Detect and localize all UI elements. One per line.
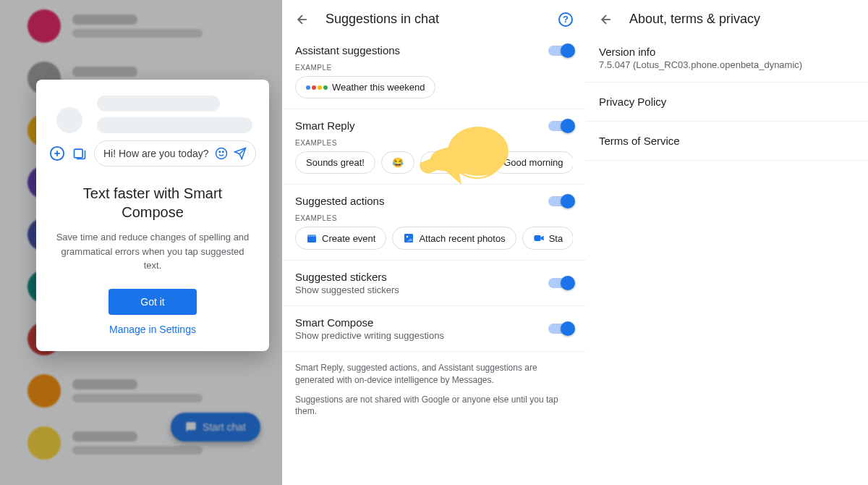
suggested-actions-toggle[interactable] bbox=[548, 196, 573, 206]
compose-input-preview: Hi! How are you today? bbox=[94, 140, 256, 166]
suggested-action-chip[interactable]: Create event bbox=[295, 227, 386, 250]
svg-point-5 bbox=[219, 151, 221, 153]
smart-reply-chip[interactable]: 😂 bbox=[381, 151, 414, 174]
video-icon bbox=[533, 232, 545, 244]
version-label: Version info bbox=[599, 46, 855, 58]
svg-rect-3 bbox=[75, 149, 83, 158]
chip-label: Weather this weekend bbox=[332, 82, 425, 93]
terms-of-service-item[interactable]: Terms of Service bbox=[586, 122, 868, 161]
smart-compose-toggle[interactable] bbox=[548, 324, 573, 334]
got-it-button[interactable]: Got it bbox=[109, 289, 196, 315]
svg-rect-8 bbox=[307, 235, 316, 237]
smart-reply-section: Smart Reply EXAMPLES Sounds great! 😂 Tha… bbox=[282, 109, 586, 185]
appbar: About, terms & privacy bbox=[586, 0, 868, 34]
back-arrow-icon[interactable] bbox=[599, 12, 616, 27]
smart-reply-toggle[interactable] bbox=[548, 121, 573, 131]
suggested-action-chip[interactable]: Sta bbox=[522, 227, 573, 250]
send-icon[interactable] bbox=[234, 147, 247, 160]
version-value: 7.5.047 (Lotus_RC03.phone.openbeta_dynam… bbox=[599, 59, 855, 70]
svg-point-6 bbox=[223, 151, 224, 153]
appbar-title: Suggestions in chat bbox=[326, 12, 558, 27]
smart-compose-promo-card: Hi! How are you today? Text faster with … bbox=[36, 80, 269, 351]
screenshot-suggestions-settings: Suggestions in chat ? Assistant suggesti… bbox=[282, 0, 586, 485]
suggested-stickers-toggle[interactable] bbox=[548, 278, 573, 288]
screenshot-about-terms-privacy: About, terms & privacy Version info 7.5.… bbox=[586, 0, 868, 485]
suggested-stickers-section: Suggested stickers Show suggested sticke… bbox=[282, 261, 586, 306]
compose-placeholder-text: Hi! How are you today? bbox=[103, 148, 215, 159]
examples-tag: EXAMPLES bbox=[295, 214, 573, 222]
smart-reply-chip[interactable]: Sounds great! bbox=[295, 151, 375, 174]
help-icon[interactable]: ? bbox=[558, 12, 573, 27]
assistant-suggestions-label: Assistant suggestions bbox=[295, 44, 548, 56]
manage-in-settings-link[interactable]: Manage in Settings bbox=[49, 324, 256, 335]
privacy-policy-item[interactable]: Privacy Policy bbox=[586, 83, 868, 122]
smart-compose-sub: Show predictive writing suggestions bbox=[295, 330, 548, 341]
smart-compose-section: Smart Compose Show predictive writing su… bbox=[282, 306, 586, 352]
back-arrow-icon[interactable] bbox=[295, 12, 312, 27]
suggested-action-chip[interactable]: Attach recent photos bbox=[392, 227, 516, 250]
message-bubble-placeholder bbox=[97, 96, 220, 111]
smart-compose-label: Smart Compose bbox=[295, 316, 548, 329]
assistant-suggestions-section: Assistant suggestions EXAMPLE Weather th… bbox=[282, 34, 586, 109]
gallery-icon[interactable] bbox=[72, 146, 87, 161]
svg-point-10 bbox=[407, 236, 409, 238]
promo-description: Save time and reduce changes of spelling… bbox=[49, 230, 256, 273]
version-info-item[interactable]: Version info 7.5.047 (Lotus_RC03.phone.o… bbox=[586, 34, 868, 83]
example-tag: EXAMPLE bbox=[295, 64, 573, 72]
message-bubble-placeholder bbox=[97, 117, 252, 133]
assistant-example-chip[interactable]: Weather this weekend bbox=[295, 76, 435, 98]
appbar-title: About, terms & privacy bbox=[629, 12, 855, 27]
svg-rect-11 bbox=[534, 235, 540, 241]
footer-note: Smart Reply, suggested actions, and Assi… bbox=[282, 352, 586, 428]
appbar: Suggestions in chat ? bbox=[282, 0, 586, 34]
photo-icon bbox=[403, 232, 414, 244]
emoji-icon[interactable] bbox=[215, 147, 228, 160]
assistant-suggestions-toggle[interactable] bbox=[548, 46, 573, 56]
smart-reply-label: Smart Reply bbox=[295, 119, 548, 132]
svg-point-4 bbox=[216, 148, 227, 159]
suggested-stickers-label: Suggested stickers bbox=[295, 271, 548, 283]
avatar-placeholder bbox=[56, 107, 82, 133]
screenshot-smart-compose-promo: Start chat Hi! How are you today? bbox=[0, 0, 282, 485]
calendar-icon bbox=[306, 232, 318, 244]
examples-tag: EXAMPLES bbox=[295, 139, 573, 147]
smart-reply-chip[interactable]: Good morning bbox=[493, 151, 573, 174]
suggested-actions-section: Suggested actions EXAMPLES Create event … bbox=[282, 185, 586, 261]
suggested-actions-label: Suggested actions bbox=[295, 195, 548, 207]
assistant-icon bbox=[306, 85, 328, 90]
suggested-stickers-sub: Show suggested stickers bbox=[295, 284, 548, 295]
plus-circle-icon[interactable] bbox=[49, 146, 65, 161]
smart-reply-chip[interactable]: Thanks 👍 bbox=[420, 151, 487, 174]
promo-title: Text faster with Smart Compose bbox=[56, 184, 249, 222]
